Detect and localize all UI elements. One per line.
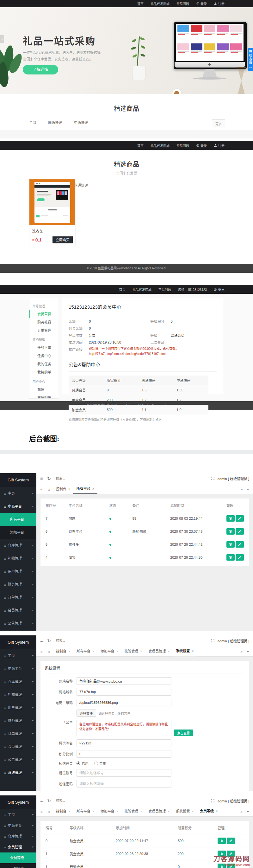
admin-tab[interactable]: 校验管理×	[121, 647, 145, 656]
radio-icon[interactable]	[94, 762, 98, 765]
product-name[interactable]: 洗衣架	[29, 225, 75, 234]
delete-button[interactable]	[226, 541, 234, 548]
member-sidebar-item[interactable]: 我的任务	[29, 360, 58, 368]
courier-tab[interactable]: 圆通快递	[48, 120, 62, 125]
fullscreen-icon[interactable]	[211, 476, 214, 480]
admin-sidebar-item[interactable]: ⌂电商平台▾	[0, 662, 36, 675]
register-link[interactable]: 注册	[214, 143, 224, 148]
admin-sidebar-item[interactable]: ⌂仓库管理▾	[0, 675, 36, 688]
close-icon[interactable]: ×	[116, 807, 118, 816]
close-icon[interactable]: ×	[68, 647, 70, 656]
admin-sidebar-item[interactable]: ⌂会员等级▾	[0, 852, 36, 863]
tabs-scroll-right[interactable]: »	[238, 647, 245, 656]
delete-button[interactable]	[226, 528, 234, 535]
edit-button[interactable]	[236, 515, 244, 522]
login-link[interactable]: 登录	[196, 1, 207, 6]
nav-item[interactable]: 首页	[137, 1, 144, 6]
more-button[interactable]: 更多	[212, 120, 225, 128]
member-sidebar-item[interactable]: 会员首页	[29, 310, 58, 318]
site-name-input[interactable]	[76, 677, 171, 685]
admin-tab[interactable]: 系统设置×	[173, 807, 197, 816]
admin-tab[interactable]: 校验管理×	[121, 807, 145, 816]
home-tab[interactable]: ⌂	[45, 485, 53, 494]
admin-sidebar-item[interactable]: ⌂所有平台▾	[0, 513, 36, 526]
radio-disable[interactable]: 禁用	[94, 761, 106, 766]
admin-sidebar-item[interactable]: ⌂添加等级▾	[0, 863, 36, 868]
admin-sidebar-item[interactable]: ⌂公告管理▾	[0, 617, 36, 630]
refresh-icon[interactable]: ↻	[47, 638, 51, 643]
nav-item[interactable]: 常见问题	[177, 143, 189, 148]
close-icon[interactable]: ×	[92, 647, 94, 656]
admin-sidebar-item[interactable]: ⌂礼物管理▾	[0, 688, 36, 701]
admin-sidebar-item[interactable]: ⌂仓库管理▾	[0, 831, 36, 842]
member-sidebar-item[interactable]: 购买礼品	[29, 318, 58, 326]
edit-button[interactable]	[236, 528, 244, 535]
admin-tab[interactable]: 控制台×	[53, 807, 73, 816]
product-image[interactable]	[29, 179, 75, 225]
admin-sidebar-item[interactable]: ⌂电商平台▾	[0, 820, 36, 831]
tabs-menu-icon[interactable]: ▾	[245, 807, 251, 816]
nav-item[interactable]: 首页	[119, 287, 125, 292]
admin-tab[interactable]: 所有平台×	[73, 647, 98, 656]
admin-user[interactable]: admin [ 超级管理员 ]	[218, 638, 249, 643]
qr-path-input[interactable]	[76, 699, 171, 706]
sms-password-input[interactable]	[76, 780, 171, 787]
member-sidebar-item[interactable]: 充值	[29, 385, 58, 393]
nav-item[interactable]: 常见问题	[158, 287, 171, 292]
radio-icon[interactable]	[76, 762, 80, 765]
admin-tab[interactable]: 所有平台×	[73, 807, 98, 816]
tabs-menu-icon[interactable]: ▾	[245, 647, 251, 656]
tabs-scroll-right[interactable]: »	[238, 807, 245, 816]
close-icon[interactable]: ×	[216, 807, 218, 816]
search-input[interactable]	[55, 799, 98, 803]
admin-tab[interactable]: 控制台×	[53, 484, 73, 494]
admin-sidebar-item[interactable]: ⌂电商平台▾	[0, 500, 36, 513]
admin-user[interactable]: admin [ 超级管理员 ]	[218, 798, 249, 803]
edit-button[interactable]	[227, 838, 235, 844]
admin-sidebar-item[interactable]: ⌂用户管理▾	[0, 565, 36, 578]
user-greeting[interactable]: 您好：15123123123	[178, 287, 207, 292]
close-icon[interactable]: ×	[192, 647, 193, 656]
search-input[interactable]	[55, 639, 98, 643]
admin-tab[interactable]: 管理员管理×	[145, 647, 173, 656]
admin-sidebar-item[interactable]: ⌂用户管理▾	[0, 701, 36, 714]
admin-sidebar-item[interactable]: ⌂主页▾	[0, 809, 36, 820]
close-icon[interactable]: ×	[68, 485, 70, 494]
menu-toggle-icon[interactable]: ≡	[40, 638, 43, 643]
admin-sidebar-item[interactable]: ⌂会员管理▾	[0, 604, 36, 617]
courier-tab[interactable]: 中通快递	[74, 183, 88, 188]
sms-sign-input[interactable]	[76, 739, 171, 747]
admin-sidebar-item[interactable]: ⌂公告管理▾	[0, 753, 36, 766]
admin-tab[interactable]: 控制台×	[53, 647, 73, 656]
admin-sidebar-item[interactable]: ⌂主页▾	[0, 649, 36, 662]
menu-toggle-icon[interactable]: ≡	[40, 798, 43, 803]
admin-tab[interactable]: 会员等级×	[197, 807, 221, 816]
close-icon[interactable]: ×	[140, 807, 142, 816]
view-button[interactable]: 点击查看	[174, 730, 193, 736]
member-sidebar-item[interactable]: 订单管理	[29, 326, 58, 334]
fullscreen-icon[interactable]	[211, 799, 214, 802]
admin-sidebar-item[interactable]: ⌂订单管理▾	[0, 591, 36, 604]
member-sidebar-item[interactable]: 充值明细	[29, 393, 58, 399]
logout-link[interactable]: 退出	[214, 287, 224, 292]
admin-tab[interactable]: 添加平台×	[98, 807, 121, 816]
edit-button[interactable]	[236, 541, 244, 548]
home-tab[interactable]: ⌂	[45, 807, 53, 816]
admin-sidebar-item[interactable]: ⌂主页▾	[0, 487, 36, 500]
tabs-menu-icon[interactable]: ▾	[245, 485, 251, 494]
search-input[interactable]	[55, 476, 98, 480]
notice-textarea[interactable]: 各位用户请注意，本系统配置关系到全站运行，请谨慎操作并且做好备份！不要乱改！	[76, 720, 171, 736]
close-icon[interactable]: ×	[192, 807, 193, 816]
home-tab[interactable]: ⌂	[45, 647, 53, 656]
domain-input[interactable]	[76, 688, 171, 695]
member-sidebar-item[interactable]: 任务管理	[29, 334, 58, 343]
admin-tab[interactable]: 管理员管理×	[145, 807, 173, 816]
login-link[interactable]: 登录	[196, 143, 207, 148]
admin-sidebar-item[interactable]: ⌂财务管理▾	[0, 714, 36, 727]
delete-button[interactable]	[218, 838, 226, 844]
register-link[interactable]: 注册	[214, 1, 224, 6]
sms-account-input[interactable]	[76, 769, 171, 777]
tabs-scroll-left[interactable]: «	[38, 807, 45, 816]
online-service-tab[interactable]: 在线客服《	[248, 48, 253, 71]
admin-user[interactable]: admin [ 超级管理员 ]	[218, 476, 249, 481]
